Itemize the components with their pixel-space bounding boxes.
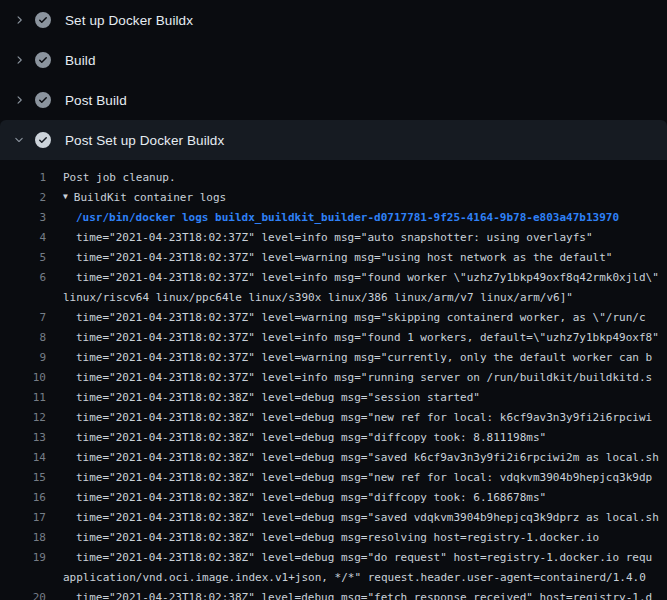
chevron-right-icon <box>13 14 25 26</box>
log-line: 10 time="2021-04-23T18:02:37Z" level=inf… <box>0 368 667 388</box>
log-line-text: time="2021-04-23T18:02:37Z" level=info m… <box>76 268 667 288</box>
log-line-text[interactable]: BuildKit container logs <box>74 188 226 208</box>
log-line-text: time="2021-04-23T18:02:38Z" level=debug … <box>76 588 652 600</box>
log-line-text: time="2021-04-23T18:02:37Z" level=warnin… <box>76 248 612 268</box>
log-line-text: time="2021-04-23T18:02:37Z" level=warnin… <box>76 348 652 368</box>
log-line-text: time="2021-04-23T18:02:38Z" level=debug … <box>76 388 480 408</box>
log-line: linux/riscv64 linux/ppc64le linux/s390x … <box>0 288 667 308</box>
log-line-text: time="2021-04-23T18:02:37Z" level=info m… <box>76 368 652 388</box>
log-line-number[interactable]: 19 <box>0 548 46 568</box>
log-line: 12 time="2021-04-23T18:02:38Z" level=deb… <box>0 408 667 428</box>
log-line-text: time="2021-04-23T18:02:38Z" level=debug … <box>76 488 546 508</box>
log-line-number[interactable]: 17 <box>0 508 46 528</box>
chevron-right-icon <box>13 54 25 66</box>
log-line-text: time="2021-04-23T18:02:37Z" level=warnin… <box>76 308 646 328</box>
log-line-number[interactable]: 8 <box>0 328 46 348</box>
log-line: 9 time="2021-04-23T18:02:37Z" level=warn… <box>0 348 667 368</box>
step-label: Build <box>65 53 96 68</box>
log-line-number[interactable]: 14 <box>0 448 46 468</box>
log-line-number[interactable] <box>0 568 46 588</box>
check-circle-icon <box>35 12 51 28</box>
log-line: 16 time="2021-04-23T18:02:38Z" level=deb… <box>0 488 667 508</box>
log-line-number[interactable]: 9 <box>0 348 46 368</box>
log-line-text: Post job cleanup. <box>63 168 176 188</box>
log-line-number[interactable]: 7 <box>0 308 46 328</box>
step-row-set-up-docker-buildx[interactable]: Set up Docker Buildx <box>0 0 667 40</box>
log-line: 4 time="2021-04-23T18:02:37Z" level=info… <box>0 228 667 248</box>
chevron-right-icon <box>13 94 25 106</box>
log-line-number[interactable]: 12 <box>0 408 46 428</box>
step-label: Post Build <box>65 93 127 108</box>
log-line: 3 /usr/bin/docker logs buildx_buildkit_b… <box>0 208 667 228</box>
step-row-post-build[interactable]: Post Build <box>0 80 667 120</box>
log-line-number[interactable]: 20 <box>0 588 46 600</box>
log-line-number[interactable]: 3 <box>0 208 46 228</box>
log-line: 1 Post job cleanup. <box>0 168 667 188</box>
log-line-number[interactable]: 15 <box>0 468 46 488</box>
log-line: 13 time="2021-04-23T18:02:38Z" level=deb… <box>0 428 667 448</box>
step-row-build[interactable]: Build <box>0 40 667 80</box>
log-line: application/vnd.oci.image.index.v1+json,… <box>0 568 667 588</box>
log-line-text: time="2021-04-23T18:02:37Z" level=info m… <box>76 328 659 348</box>
log-line-number[interactable]: 11 <box>0 388 46 408</box>
log-line-text: time="2021-04-23T18:02:38Z" level=debug … <box>76 528 599 548</box>
log-line: 8 time="2021-04-23T18:02:37Z" level=info… <box>0 328 667 348</box>
log-line-number[interactable]: 2 <box>0 188 46 208</box>
log-line-number[interactable]: 10 <box>0 368 46 388</box>
check-circle-icon <box>35 92 51 108</box>
step-list: Set up Docker Buildx Build Post Build Po… <box>0 0 667 160</box>
log-line-number[interactable]: 13 <box>0 428 46 448</box>
log-line-number[interactable] <box>0 288 46 308</box>
log-line: 2 ▼BuildKit container logs <box>0 188 667 208</box>
log-line-text: /usr/bin/docker logs buildx_buildkit_bui… <box>76 208 619 228</box>
log-line-number[interactable]: 4 <box>0 228 46 248</box>
log-line-number[interactable]: 18 <box>0 528 46 548</box>
log-line: 17 time="2021-04-23T18:02:38Z" level=deb… <box>0 508 667 528</box>
log-viewer: 1 Post job cleanup. 2 ▼BuildKit containe… <box>0 160 667 600</box>
log-line-text: time="2021-04-23T18:02:38Z" level=debug … <box>76 548 652 568</box>
log-line: 7 time="2021-04-23T18:02:37Z" level=warn… <box>0 308 667 328</box>
check-circle-icon <box>35 52 51 68</box>
log-line-text: linux/riscv64 linux/ppc64le linux/s390x … <box>63 288 573 308</box>
log-line-text: time="2021-04-23T18:02:38Z" level=debug … <box>76 448 659 468</box>
log-line: 18 time="2021-04-23T18:02:38Z" level=deb… <box>0 528 667 548</box>
log-line: 14 time="2021-04-23T18:02:38Z" level=deb… <box>0 448 667 468</box>
step-label: Post Set up Docker Buildx <box>65 133 224 148</box>
log-line-number[interactable]: 6 <box>0 268 46 288</box>
log-line: 20 time="2021-04-23T18:02:38Z" level=deb… <box>0 588 667 600</box>
check-circle-icon <box>35 132 51 148</box>
log-group-triangle-icon[interactable]: ▼ <box>63 188 68 207</box>
log-line-text: time="2021-04-23T18:02:38Z" level=debug … <box>76 428 546 448</box>
log-line-number[interactable]: 1 <box>0 168 46 188</box>
log-line: 6 time="2021-04-23T18:02:37Z" level=info… <box>0 268 667 288</box>
log-line: 15 time="2021-04-23T18:02:38Z" level=deb… <box>0 468 667 488</box>
log-line-text: time="2021-04-23T18:02:38Z" level=debug … <box>76 468 652 488</box>
log-line-number[interactable]: 5 <box>0 248 46 268</box>
log-line-text: application/vnd.oci.image.index.v1+json,… <box>63 568 646 588</box>
log-line: 5 time="2021-04-23T18:02:37Z" level=warn… <box>0 248 667 268</box>
log-line-text: time="2021-04-23T18:02:37Z" level=info m… <box>76 228 593 248</box>
step-row-post-set-up-docker-buildx[interactable]: Post Set up Docker Buildx <box>0 120 667 160</box>
log-line: 19 time="2021-04-23T18:02:38Z" level=deb… <box>0 548 667 568</box>
chevron-down-icon <box>13 134 25 146</box>
log-line: 11 time="2021-04-23T18:02:38Z" level=deb… <box>0 388 667 408</box>
log-line-number[interactable]: 16 <box>0 488 46 508</box>
step-label: Set up Docker Buildx <box>65 13 193 28</box>
log-line-text: time="2021-04-23T18:02:38Z" level=debug … <box>76 408 652 428</box>
log-line-text: time="2021-04-23T18:02:38Z" level=debug … <box>76 508 659 528</box>
